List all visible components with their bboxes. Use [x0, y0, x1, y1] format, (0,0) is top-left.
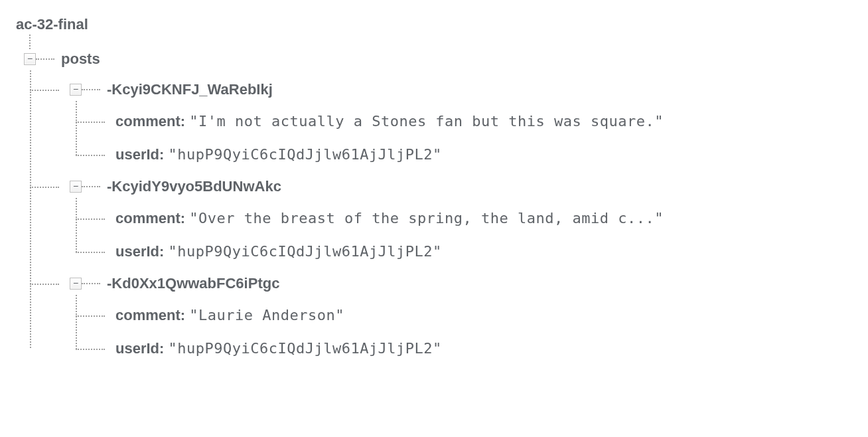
- tree-children-post: comment: "Over the breast of the spring,…: [76, 202, 852, 268]
- leaf-key: userId:: [115, 340, 164, 357]
- tree-connector-icon: [82, 89, 100, 90]
- leaf-key: comment:: [115, 113, 185, 130]
- leaf-value: "hupP9QyiC6cIQdJjlw61AjJljPL2": [168, 146, 441, 163]
- tree-node-id: -KcyidY9vyo5BdUNwAkc: [107, 178, 281, 195]
- tree-leaf-userid[interactable]: userId: "hupP9QyiC6cIQdJjlw61AjJljPL2": [115, 235, 852, 268]
- tree-leaf-comment[interactable]: comment: "Over the breast of the spring,…: [115, 202, 852, 235]
- tree-node-id: -Kcyi9CKNFJ_WaRebIkj: [107, 81, 273, 98]
- tree-connector-icon: [82, 283, 100, 284]
- tree-root-children: posts -Kcyi9CKNFJ_WaRebIkj comment: "I'm…: [24, 44, 852, 365]
- tree-children-post: comment: "Laurie Anderson" userId: "hupP…: [76, 299, 852, 365]
- leaf-key: comment:: [115, 307, 185, 324]
- tree-root-label: ac-32-final: [16, 16, 852, 33]
- tree-children-post: comment: "I'm not actually a Stones fan …: [76, 105, 852, 171]
- tree-leaf-comment[interactable]: comment: "Laurie Anderson": [115, 299, 852, 332]
- tree-leaf-userid[interactable]: userId: "hupP9QyiC6cIQdJjlw61AjJljPL2": [115, 332, 852, 365]
- tree-node-posts[interactable]: posts: [24, 44, 852, 74]
- tree-node-post[interactable]: -Kd0Xx1QwwabFC6iPtgc: [70, 268, 852, 299]
- leaf-value: "Laurie Anderson": [189, 307, 344, 323]
- leaf-value: "hupP9QyiC6cIQdJjlw61AjJljPL2": [168, 243, 441, 260]
- collapse-icon[interactable]: [70, 84, 82, 96]
- tree-connector-icon: [82, 186, 100, 187]
- leaf-key: userId:: [115, 146, 164, 163]
- collapse-icon[interactable]: [70, 181, 82, 193]
- leaf-value: "I'm not actually a Stones fan but this …: [189, 113, 664, 130]
- tree-node-post[interactable]: -KcyidY9vyo5BdUNwAkc: [70, 171, 852, 202]
- tree-node-post[interactable]: -Kcyi9CKNFJ_WaRebIkj: [70, 74, 852, 105]
- tree-children-posts: -Kcyi9CKNFJ_WaRebIkj comment: "I'm not a…: [30, 74, 852, 365]
- tree-connector-icon: [36, 58, 54, 60]
- leaf-key: comment:: [115, 210, 185, 227]
- collapse-icon[interactable]: [70, 278, 82, 290]
- tree-node-id: -Kd0Xx1QwwabFC6iPtgc: [107, 275, 279, 292]
- tree-leaf-comment[interactable]: comment: "I'm not actually a Stones fan …: [115, 105, 852, 138]
- tree-leaf-userid[interactable]: userId: "hupP9QyiC6cIQdJjlw61AjJljPL2": [115, 138, 852, 171]
- leaf-key: userId:: [115, 243, 164, 260]
- leaf-value: "Over the breast of the spring, the land…: [189, 210, 664, 226]
- collapse-icon[interactable]: [24, 53, 36, 65]
- tree-node-label: posts: [61, 50, 100, 68]
- leaf-value: "hupP9QyiC6cIQdJjlw61AjJljPL2": [168, 340, 441, 357]
